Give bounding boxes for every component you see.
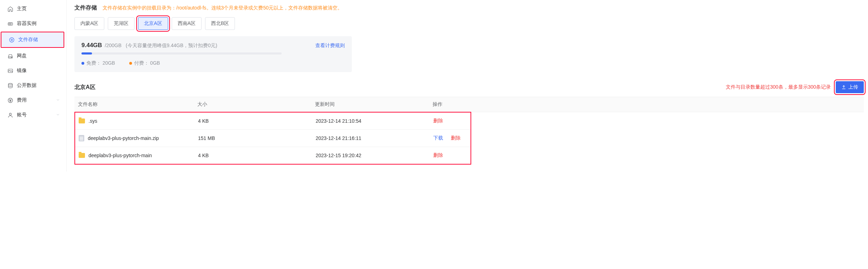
legend-paid-label: 付费：	[134, 60, 149, 66]
file-name: deeplabv3-plus-pytorch-main.zip	[88, 135, 159, 141]
warning-suffix: 。连续3个月未登录或欠费50元以上，文件存储数据将被清空。	[206, 5, 342, 11]
sidebar-item-label: 网盘	[17, 53, 27, 59]
chevron-down-icon	[56, 112, 60, 118]
legend-free-value: 20GB	[103, 60, 115, 66]
sidebar-item-public[interactable]: 公开数据	[0, 78, 66, 93]
col-header-name: 文件名称	[78, 101, 197, 108]
container-icon	[6, 21, 14, 27]
disk-icon	[6, 53, 14, 59]
storage-hint: (今天容量使用峰值9.44GB，预计扣费0元)	[126, 43, 217, 49]
user-icon	[6, 112, 14, 118]
upload-button[interactable]: 上传	[836, 81, 864, 93]
sidebar-item-label: 镜像	[17, 68, 27, 74]
svg-point-6	[8, 83, 12, 85]
delete-link[interactable]: 删除	[433, 118, 443, 123]
sidebar-item-label: 公开数据	[17, 82, 37, 89]
folder-icon	[79, 153, 85, 158]
dot-orange-icon	[129, 62, 132, 65]
legend-free: 免费： 20GB	[81, 60, 115, 66]
folder-icon	[79, 119, 85, 123]
svg-point-4	[11, 57, 12, 57]
sidebar-item-label: 账号	[17, 112, 27, 118]
storage-panel: 9.44GB/200GB (今天容量使用峰值9.44GB，预计扣费0元) 查看计…	[74, 36, 352, 72]
file-time: 2023-12-14 21:16:11	[316, 135, 433, 141]
table-row: deeplabv3-plus-pytorch-main.zip 151 MB 2…	[75, 130, 471, 147]
dot-blue-icon	[81, 62, 84, 65]
svg-point-2	[11, 39, 12, 40]
storage-icon	[8, 37, 15, 43]
col-header-time: 更新时间	[315, 101, 433, 108]
delete-link[interactable]: 删除	[433, 152, 443, 158]
storage-used: 9.44GB	[81, 42, 102, 49]
download-link[interactable]: 下载	[433, 135, 443, 141]
table-header: 文件名称 大小 更新时间 操作	[74, 97, 864, 112]
section-heading: 北京A区	[74, 84, 96, 91]
warning-prefix: 文件存储在实例中的挂载目录为：	[103, 5, 176, 11]
region-tab-beijing-a[interactable]: 北京A区	[138, 17, 168, 30]
sidebar: 主页 容器实例 文件存储 网盘 镜像 公开数据	[0, 0, 67, 172]
region-tab-neimeng-a[interactable]: 内蒙A区	[74, 17, 104, 30]
image-icon	[6, 68, 14, 74]
file-name: .sys	[88, 118, 97, 124]
file-size: 4 KB	[198, 153, 316, 158]
file-table: 文件名称 大小 更新时间 操作 .sys 4 KB 2023-12-14 21:…	[74, 97, 864, 165]
svg-point-1	[9, 38, 14, 42]
sidebar-item-billing[interactable]: 费用	[0, 93, 66, 108]
table-body: .sys 4 KB 2023-12-14 21:10:54 删除 deeplab…	[74, 112, 471, 165]
legend-free-label: 免费：	[86, 60, 101, 66]
storage-total: /200GB	[105, 43, 121, 48]
warning-path: /root/autodl-fs	[176, 5, 206, 11]
svg-rect-0	[8, 23, 13, 25]
sidebar-item-instances[interactable]: 容器实例	[0, 16, 66, 31]
yen-icon	[6, 97, 14, 103]
legend-paid-value: 0GB	[150, 60, 160, 66]
delete-link[interactable]: 删除	[451, 135, 461, 141]
sidebar-item-label: 主页	[17, 6, 27, 12]
sidebar-item-account[interactable]: 账号	[0, 108, 66, 122]
main-content: 文件存储 文件存储在实例中的挂载目录为：/root/autodl-fs。连续3个…	[67, 0, 868, 172]
storage-bar-fill	[81, 52, 92, 55]
col-header-size: 大小	[197, 101, 315, 108]
file-icon	[79, 135, 84, 141]
sidebar-item-storage[interactable]: 文件存储	[1, 32, 64, 47]
upload-button-label: 上传	[848, 84, 858, 90]
sidebar-item-label: 容器实例	[17, 20, 37, 27]
page-title: 文件存储	[74, 4, 97, 12]
region-tab-wuhu[interactable]: 芜湖区	[108, 17, 134, 30]
col-header-op: 操作	[433, 101, 860, 108]
table-row: deeplabv3-plus-pytorch-main 4 KB 2023-12…	[75, 147, 471, 164]
file-time: 2023-12-14 21:10:54	[316, 118, 433, 124]
file-size: 4 KB	[198, 118, 316, 124]
chevron-down-icon	[56, 97, 60, 103]
sidebar-item-home[interactable]: 主页	[0, 1, 66, 16]
header-warning: 文件存储在实例中的挂载目录为：/root/autodl-fs。连续3个月未登录或…	[103, 5, 342, 11]
legend-paid: 付费： 0GB	[129, 60, 160, 66]
sidebar-item-netdisk[interactable]: 网盘	[0, 49, 66, 63]
section-header: 北京A区 文件与目录数量超过300条，最多显示300条记录 上传	[74, 81, 868, 93]
file-size: 151 MB	[198, 135, 316, 141]
file-name: deeplabv3-plus-pytorch-main	[88, 153, 152, 158]
database-icon	[6, 83, 14, 89]
sidebar-item-label: 费用	[17, 97, 27, 103]
table-row: .sys 4 KB 2023-12-14 21:10:54 删除	[75, 113, 471, 130]
region-tab-xibei-b[interactable]: 西北B区	[205, 17, 235, 30]
file-time: 2023-12-15 19:20:42	[316, 153, 433, 158]
limit-message: 文件与目录数量超过300条，最多显示300条记录	[726, 84, 831, 90]
billing-rules-link[interactable]: 查看计费规则	[256, 43, 345, 49]
storage-bar	[81, 52, 282, 55]
svg-point-8	[9, 113, 11, 115]
page-header: 文件存储 文件存储在实例中的挂载目录为：/root/autodl-fs。连续3个…	[74, 4, 868, 12]
region-tab-xinan-a[interactable]: 西南A区	[172, 17, 202, 30]
region-tabs: 内蒙A区 芜湖区 北京A区 西南A区 西北B区	[74, 17, 868, 30]
sidebar-item-label: 文件存储	[18, 37, 38, 43]
upload-icon	[841, 85, 846, 90]
home-icon	[6, 6, 14, 12]
sidebar-item-images[interactable]: 镜像	[0, 63, 66, 78]
